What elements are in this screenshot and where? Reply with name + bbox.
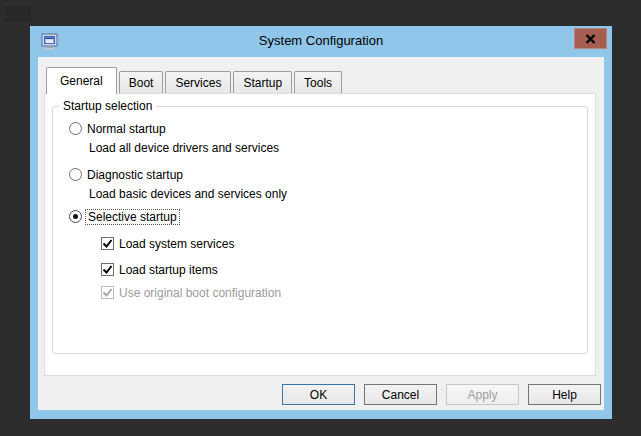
system-configuration-window: System Configuration General Boot Servic…: [30, 26, 612, 419]
checkmark-icon: [102, 238, 113, 249]
cancel-button[interactable]: Cancel: [364, 384, 437, 405]
apply-button: Apply: [446, 384, 519, 405]
radio-dot: [73, 214, 78, 219]
close-x-icon: [585, 34, 596, 44]
tab-startup[interactable]: Startup: [233, 71, 292, 93]
dialog-body: General Boot Services Startup Tools Star…: [38, 57, 604, 410]
tab-tools-label: Tools: [304, 76, 332, 90]
desktop-background: System Configuration General Boot Servic…: [0, 0, 641, 436]
checkbox-use-original-boot-configuration-label: Use original boot configuration: [119, 286, 281, 300]
radio-diagnostic-startup-label[interactable]: Diagnostic startup: [87, 168, 183, 182]
checkbox-checked-disabled-icon: [101, 286, 114, 299]
checkbox-load-startup-items-label[interactable]: Load startup items: [119, 263, 218, 277]
desktop-artifact: [5, 6, 31, 22]
checkbox-load-system-services[interactable]: Load system services: [101, 236, 234, 251]
radio-selected-icon[interactable]: [69, 210, 82, 223]
checkmark-icon: [102, 264, 113, 275]
ok-button[interactable]: OK: [282, 384, 355, 405]
startup-selection-groupbox: Startup selection Normal startup Load al…: [52, 106, 588, 354]
tab-boot-label: Boot: [129, 76, 154, 90]
radio-normal-startup-label[interactable]: Normal startup: [87, 122, 166, 136]
titlebar[interactable]: System Configuration: [30, 26, 612, 57]
tab-page-general: Startup selection Normal startup Load al…: [44, 93, 596, 376]
tab-startup-label: Startup: [243, 76, 282, 90]
diagnostic-startup-description: Load basic devices and services only: [89, 187, 287, 201]
radio-circle-icon[interactable]: [69, 122, 82, 135]
radio-circle-icon[interactable]: [69, 168, 82, 181]
checkmark-icon: [102, 287, 113, 298]
close-button[interactable]: [574, 28, 607, 49]
checkbox-load-startup-items[interactable]: Load startup items: [101, 262, 218, 277]
help-button[interactable]: Help: [528, 384, 601, 405]
checkbox-load-system-services-label[interactable]: Load system services: [119, 237, 234, 251]
tab-strip: General Boot Services Startup Tools: [46, 66, 344, 93]
groupbox-title: Startup selection: [59, 99, 156, 113]
checkbox-checked-icon[interactable]: [101, 237, 114, 250]
radio-selective-startup-label[interactable]: Selective startup: [85, 209, 180, 225]
radio-normal-startup[interactable]: Normal startup: [69, 121, 166, 136]
normal-startup-description: Load all device drivers and services: [89, 141, 279, 155]
radio-diagnostic-startup[interactable]: Diagnostic startup: [69, 167, 183, 182]
tab-services-label: Services: [175, 76, 221, 90]
tab-general[interactable]: General: [46, 67, 117, 94]
checkbox-checked-icon[interactable]: [101, 263, 114, 276]
tab-general-label: General: [60, 74, 103, 88]
tab-tools[interactable]: Tools: [294, 71, 342, 93]
window-title: System Configuration: [30, 26, 612, 57]
checkbox-use-original-boot-configuration: Use original boot configuration: [101, 285, 281, 300]
radio-selective-startup[interactable]: Selective startup: [69, 209, 180, 224]
tab-services[interactable]: Services: [165, 71, 231, 93]
tab-boot[interactable]: Boot: [119, 71, 164, 93]
